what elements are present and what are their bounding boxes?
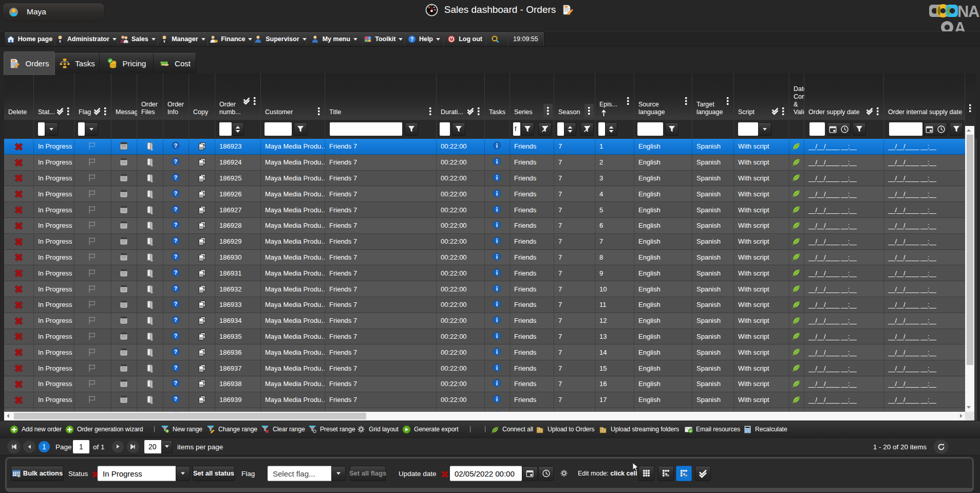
svg-text:NA: NA: [957, 3, 979, 21]
